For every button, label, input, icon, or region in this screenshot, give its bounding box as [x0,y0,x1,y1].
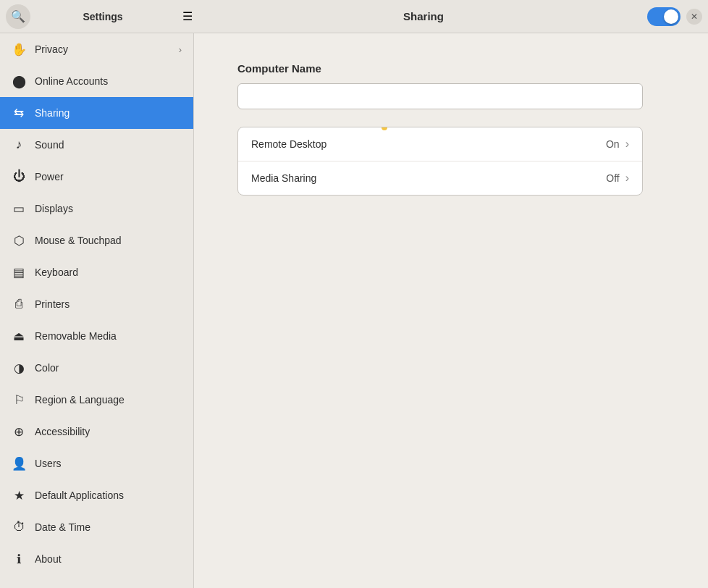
sidebar-item-date-time[interactable]: ⏱Date & Time [0,511,193,543]
chevron-right-icon: › [625,138,629,151]
sidebar-item-label: Keyboard [35,266,182,278]
page-title: Sharing [200,10,647,22]
sidebar-item-color[interactable]: ◑Color [0,352,193,384]
header-right: ✕ [647,7,702,26]
sidebar-item-label: Region & Language [35,394,182,406]
sharing-icon: ⇆ [12,106,26,120]
printers-icon: ⎙ [12,297,26,311]
sidebar-item-label: Power [35,171,182,182]
displays-icon: ▭ [12,201,26,216]
sound-icon: ♪ [12,138,26,152]
privacy-icon: ✋ [12,42,26,56]
sidebar-item-label: Printers [35,298,182,310]
sidebar-item-power[interactable]: ⏻Power [0,161,193,193]
sidebar-item-mouse-touchpad[interactable]: ⬡Mouse & Touchpad [0,224,193,256]
date-time-icon: ⏱ [12,520,26,534]
region-language-icon: ⚐ [12,392,26,407]
color-icon: ◑ [12,361,26,375]
sidebar-item-printers[interactable]: ⎙Printers [0,288,193,320]
sharing-list: Remote DesktopOn›Media SharingOff› [237,127,643,196]
about-icon: ℹ [12,552,26,566]
sidebar-item-label: About [35,553,182,565]
online-accounts-icon: ⬤ [12,74,26,88]
menu-button[interactable]: ☰ [175,4,200,29]
keyboard-icon: ▤ [12,265,26,280]
sidebar-item-label: Mouse & Touchpad [35,235,182,246]
sidebar-item-label: Accessibility [35,426,182,437]
sidebar-item-label: Sharing [35,107,182,119]
sidebar-item-label: Color [35,362,182,374]
sidebar-item-label: Users [35,458,182,469]
sidebar-item-label: Removable Media [35,330,182,342]
close-icon: ✕ [691,12,698,22]
main-layout: ✋Privacy›⬤Online Accounts⇆Sharing♪Sound⏻… [0,33,708,588]
removable-media-icon: ⏏ [12,329,26,343]
close-button[interactable]: ✕ [686,9,702,25]
sharing-item-status: Off [606,172,619,184]
sidebar-item-label: Privacy [35,43,170,55]
sidebar-item-privacy[interactable]: ✋Privacy› [0,33,193,65]
computer-name-label: Computer Name [237,62,665,75]
sidebar-item-keyboard[interactable]: ▤Keyboard [0,256,193,288]
sidebar-item-online-accounts[interactable]: ⬤Online Accounts [0,65,193,97]
sidebar-item-default-applications[interactable]: ★Default Applications [0,479,193,511]
sidebar-item-removable-media[interactable]: ⏏Removable Media [0,320,193,352]
content-area: Computer Name Remote DesktopOn›Media Sha… [194,33,708,588]
hamburger-icon: ☰ [182,9,193,23]
power-icon: ⏻ [12,169,26,184]
sidebar-item-label: Displays [35,203,182,214]
sharing-item-label: Remote Desktop [251,138,606,150]
sidebar-item-label: Default Applications [35,490,182,501]
header: 🔍 Settings ☰ Sharing ✕ [0,0,708,33]
search-icon: 🔍 [11,9,25,23]
header-left: 🔍 Settings ☰ [6,4,200,29]
chevron-right-icon: › [625,172,629,185]
sidebar-item-sharing[interactable]: ⇆Sharing [0,97,193,129]
sidebar-item-label: Online Accounts [35,75,182,87]
users-icon: 👤 [12,456,26,471]
accessibility-icon: ⊕ [12,424,26,439]
sidebar-item-label: Date & Time [35,521,182,533]
sharing-toggle[interactable] [647,7,680,26]
sidebar-item-users[interactable]: 👤Users [0,448,193,479]
sharing-item-status: On [606,138,620,150]
computer-name-input[interactable] [237,83,643,109]
sidebar-item-sound[interactable]: ♪Sound [0,129,193,161]
sidebar-item-region-language[interactable]: ⚐Region & Language [0,384,193,416]
sharing-item-remote-desktop[interactable]: Remote DesktopOn› [238,127,642,161]
sidebar: ✋Privacy›⬤Online Accounts⇆Sharing♪Sound⏻… [0,33,194,588]
chevron-right-icon: › [179,44,182,55]
sidebar-item-accessibility[interactable]: ⊕Accessibility [0,416,193,448]
sharing-item-media-sharing[interactable]: Media SharingOff› [238,161,642,195]
sidebar-item-displays[interactable]: ▭Displays [0,193,193,224]
sharing-item-label: Media Sharing [251,172,606,184]
settings-title: Settings [33,11,172,22]
sidebar-item-label: Sound [35,139,182,151]
mouse-touchpad-icon: ⬡ [12,233,26,248]
search-button[interactable]: 🔍 [6,4,30,29]
default-applications-icon: ★ [12,488,26,503]
sidebar-item-about[interactable]: ℹAbout [0,543,193,575]
